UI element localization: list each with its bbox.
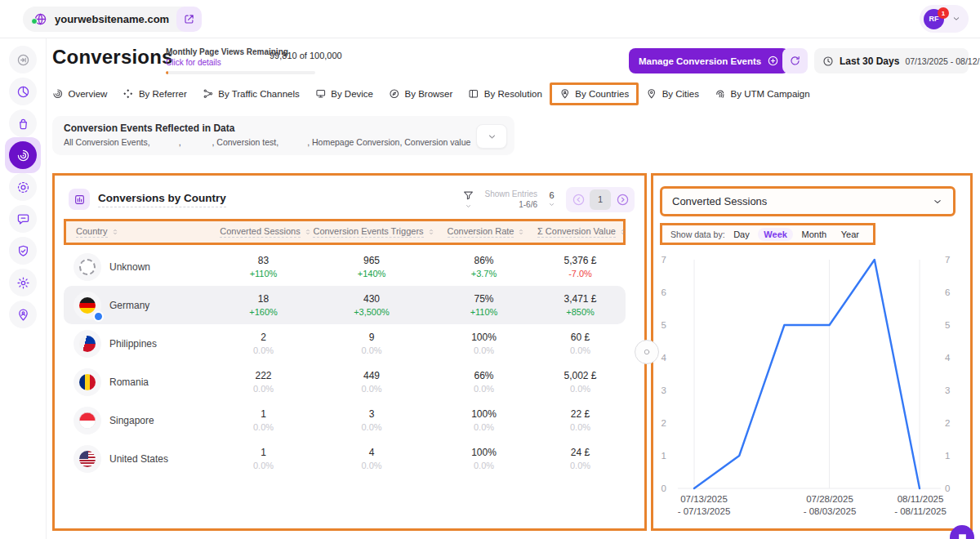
metric-cell: 30.0% — [310, 408, 433, 432]
quota-details-link[interactable]: Click for details — [166, 58, 221, 67]
sidebar-item-feedback[interactable] — [9, 205, 37, 233]
table-column-headers: CountryConverted SessionsConversion Even… — [64, 219, 626, 245]
metric-cell: 40.0% — [310, 447, 433, 470]
chevron-left-circle-icon — [572, 193, 586, 207]
date-range-value: 07/13/2025 - 08/12/2025 — [905, 56, 980, 66]
column-header[interactable]: Conversion Rate — [435, 226, 537, 238]
person-pin-icon — [559, 88, 571, 100]
sidebar-item-visitors[interactable] — [9, 301, 37, 328]
collapse-icon — [16, 53, 30, 67]
sidebar-item-ecommerce[interactable] — [9, 109, 37, 137]
metric-cell: 2220.0% — [216, 370, 310, 394]
tab-label: Overview — [69, 89, 108, 99]
table-row[interactable]: Singapore10.0%30.0%100%0.0%22 £0.0% — [64, 401, 626, 439]
metric-cell: 90.0% — [310, 332, 433, 355]
table-row[interactable]: United States10.0%40.0%100%0.0%24 £0.0% — [64, 439, 626, 478]
sidebar-item-collapse[interactable] — [9, 46, 37, 74]
column-header[interactable]: Country — [76, 226, 219, 238]
metric-cell: 10.0% — [216, 447, 310, 470]
previous-page-button[interactable] — [569, 190, 587, 208]
tab-by-traffic-channels[interactable]: By Traffic Channels — [203, 88, 300, 100]
events-bar-expand-button[interactable] — [476, 124, 507, 149]
website-selector[interactable]: yourwebsitename.com — [23, 7, 200, 32]
conversions-spiral-icon — [16, 149, 30, 163]
page-size-selector[interactable]: 6 — [548, 190, 555, 208]
current-page[interactable]: 1 — [590, 189, 611, 210]
table-title[interactable]: Conversions by Country — [98, 192, 226, 207]
account-menu[interactable]: RF 1 — [920, 5, 969, 33]
panel-resize-handle[interactable] — [635, 340, 659, 364]
svg-text:5: 5 — [945, 320, 950, 330]
conversion-events-bar: Conversion Events Reflected in Data All … — [52, 116, 514, 155]
tab-overview[interactable]: Overview — [52, 88, 107, 100]
tab-by-device[interactable]: By Device — [315, 88, 373, 100]
map-pin-icon — [646, 88, 657, 100]
table-row[interactable]: Unknown83+110%965+140%86%+3.7%5,376 £-7.… — [64, 247, 626, 286]
period-week[interactable]: Week — [758, 228, 793, 241]
compass-icon — [389, 88, 400, 100]
table-row[interactable]: Romania2220.0%4490.0%66%0.0%5,002 £0.0% — [64, 363, 626, 401]
svg-text:1: 1 — [945, 451, 950, 461]
metric-cell: 100%0.0% — [433, 408, 535, 432]
svg-text:4: 4 — [945, 353, 951, 363]
sidebar — [0, 38, 47, 539]
chevron-down-icon — [951, 14, 961, 24]
quota-progress-bar — [166, 71, 315, 74]
metric-cell: 66%0.0% — [433, 370, 535, 394]
period-year[interactable]: Year — [835, 228, 865, 241]
metric-cell: 24 £0.0% — [535, 447, 626, 470]
svg-text:3: 3 — [945, 385, 950, 395]
svg-text:0: 0 — [945, 483, 950, 493]
sidebar-item-privacy[interactable] — [9, 237, 37, 265]
svg-text:0: 0 — [662, 483, 666, 493]
sidebar-item-settings[interactable] — [9, 269, 37, 296]
chat-filled-icon — [957, 532, 968, 539]
shown-entries: Shown Entries 1-6/6 — [485, 189, 537, 210]
tab-by-browser[interactable]: By Browser — [389, 88, 452, 100]
sidebar-item-retargeting[interactable] — [9, 173, 37, 201]
tab-by-utm-campaign[interactable]: By UTM Campaign — [715, 88, 810, 100]
quota-value: 99,810 of 100,000 — [270, 51, 342, 60]
column-header[interactable]: Σ Conversion Value — [537, 226, 627, 238]
manage-button-label: Manage Conversion Events — [639, 56, 761, 66]
date-range-picker[interactable]: Last 30 Days 07/13/2025 - 08/12/2025 — [814, 48, 969, 74]
table-row[interactable]: Germany18+160%430+3,500%75%+110%3,471 £+… — [64, 286, 626, 324]
quota-progress-fill — [166, 71, 168, 74]
country-flag — [74, 292, 101, 319]
filter-button[interactable] — [462, 189, 474, 210]
tab-label: By Device — [331, 89, 373, 99]
layout-icon — [468, 88, 479, 100]
refresh-button[interactable] — [782, 48, 808, 74]
sidebar-item-dashboard[interactable] — [9, 78, 37, 105]
tab-by-countries[interactable]: By Countries — [550, 82, 639, 105]
metric-cell: 100%0.0% — [433, 447, 535, 470]
next-page-button[interactable] — [613, 190, 631, 208]
shown-entries-value: 1-6/6 — [485, 199, 537, 210]
funnel-icon — [462, 189, 474, 202]
country-cell: United States — [74, 445, 216, 473]
sidebar-item-conversions[interactable] — [9, 141, 37, 169]
manage-conversion-events-button[interactable]: Manage Conversion Events — [629, 48, 789, 74]
svg-text:07/28/2025: 07/28/2025 — [806, 494, 853, 504]
table-body: Unknown83+110%965+140%86%+3.7%5,376 £-7.… — [64, 247, 626, 478]
column-header[interactable]: Converted Sessions — [219, 226, 313, 238]
column-header[interactable]: Conversion Events Triggers — [313, 226, 435, 238]
tab-by-cities[interactable]: By Cities — [646, 88, 699, 100]
open-website-button[interactable] — [176, 7, 202, 32]
line-chart: 001122334455667707/13/2025- 07/13/202507… — [653, 251, 970, 528]
country-cell: Romania — [74, 368, 216, 396]
country-flag — [74, 330, 101, 358]
tab-by-resolution[interactable]: By Resolution — [468, 88, 541, 100]
person-pin-icon — [16, 308, 30, 322]
period-month[interactable]: Month — [796, 228, 833, 241]
conversions-by-country-panel: Conversions by Country Shown Entries 1-6… — [52, 173, 647, 531]
tab-by-referrer[interactable]: By Referrer — [122, 88, 186, 100]
metric-cell: 3,471 £+850% — [535, 293, 626, 317]
sort-icon — [619, 228, 627, 236]
sort-icon — [304, 228, 312, 236]
period-day[interactable]: Day — [728, 228, 755, 241]
external-link-icon — [183, 13, 195, 25]
website-name: yourwebsitename.com — [55, 13, 169, 25]
table-row[interactable]: Philippines20.0%90.0%100%0.0%60 £0.0% — [64, 324, 626, 363]
metric-selector[interactable]: Converted Sessions — [660, 186, 956, 216]
